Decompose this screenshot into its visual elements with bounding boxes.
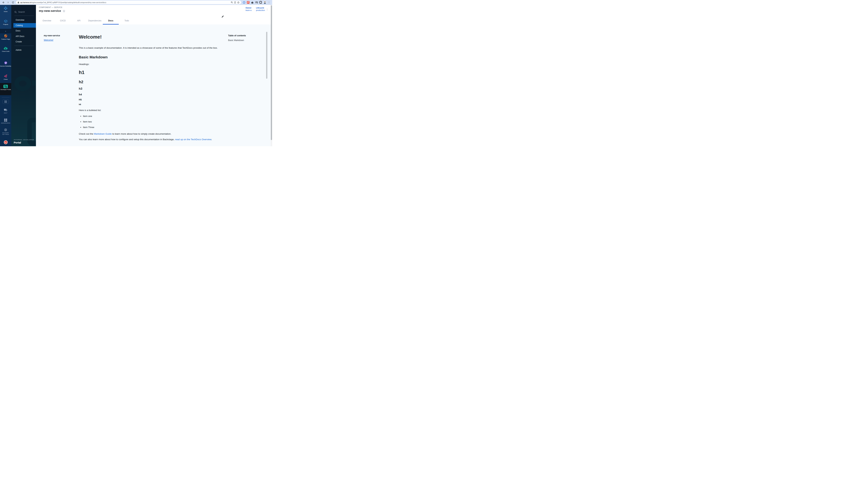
url-host: qa.harness.io	[20, 1, 31, 3]
entity-kind-eyebrow: COMPONENT — SERVICE	[39, 6, 62, 8]
share-icon[interactable]	[234, 1, 236, 3]
sidebar-collapse-button[interactable]: ▲	[0, 29, 11, 33]
sidebar-item-projects[interactable]: Projects	[0, 19, 11, 26]
user-avatar[interactable]: HM	[4, 140, 8, 144]
entity-tabs: Overview CI/CD API Dependencies Docs Tod…	[36, 17, 272, 25]
doc-bulleted-list: Item one Item two Item Three	[79, 115, 218, 129]
docs-scrollbar-thumb[interactable]	[266, 32, 267, 79]
sidebar-item-label: Developer Portal	[1, 89, 11, 91]
feature-flags-icon	[4, 34, 8, 38]
sidebar-item-label: Service Reliability	[0, 65, 11, 67]
developer-portal-icon	[3, 85, 8, 88]
edit-doc-button[interactable]	[221, 15, 224, 18]
sidebar-item-home[interactable]: Home	[0, 6, 11, 13]
sidebar-item-developer-portal[interactable]: Developer Portal	[0, 85, 11, 91]
lifecycle-label[interactable]: Lifecycle	[256, 7, 265, 9]
tab-todo[interactable]: Todo	[119, 17, 135, 25]
browser-profile-avatar[interactable]	[264, 1, 266, 4]
header-kebab-icon[interactable]: ⋮	[266, 8, 268, 11]
browser-forward-button[interactable]	[6, 1, 10, 4]
forward-arrow-icon	[7, 1, 9, 4]
owner-value[interactable]: team-a	[245, 9, 251, 11]
list-item: Item Three	[83, 126, 218, 129]
docs-side-nav: my-new-service Welcome!	[36, 25, 79, 146]
main-content: COMPONENT — SERVICE my-new-service Owner…	[36, 5, 272, 146]
toc-item-basic-markdown[interactable]: Basic Markdown	[228, 39, 264, 41]
tab-docs[interactable]: Docs	[103, 17, 119, 25]
favorite-star-icon[interactable]	[63, 10, 65, 12]
sidebar-item-chaos[interactable]: Chaos	[0, 74, 11, 81]
doc-paragraph-techdocs: You can also learn more about how to con…	[79, 138, 218, 141]
lifecycle-value[interactable]: production	[256, 9, 265, 11]
list-item: Item two	[83, 120, 218, 123]
sidebar-item-help[interactable]: ? HELP	[0, 109, 11, 114]
sidebar-item-label: Feature Flags	[1, 38, 10, 40]
password-manager-icon[interactable]	[243, 1, 245, 4]
tab-api[interactable]: API	[71, 17, 87, 25]
window-scrollbar[interactable]	[271, 5, 272, 146]
lifecycle-meta: Lifecycle production	[256, 7, 265, 11]
svg-text:$: $	[5, 47, 6, 49]
bookmark-star-icon[interactable]	[237, 1, 240, 4]
docs-content: Welcome! This is a basic example of docu…	[79, 25, 228, 146]
docs-area: my-new-service Welcome! Welcome! This is…	[36, 25, 272, 146]
docs-nav-link-welcome[interactable]: Welcome!	[44, 39, 53, 41]
projects-icon	[4, 19, 8, 23]
decorative-circuit-bar	[32, 81, 36, 86]
sidebar-item-cloud-costs[interactable]: $ Cloud Costs	[0, 47, 11, 53]
sidebar-item-create[interactable]: Create	[11, 39, 36, 44]
dashboards-icon	[4, 118, 7, 122]
cloud-costs-icon: $	[3, 47, 8, 50]
help-chat-icon: ?	[4, 109, 8, 112]
svg-text:?: ?	[5, 109, 5, 111]
module-selector-button[interactable]	[2, 99, 9, 104]
sidebar-item-service-reliability[interactable]: Service Reliability	[0, 61, 11, 67]
side-panel-icon[interactable]	[259, 1, 262, 4]
window-scrollbar-thumb[interactable]	[271, 5, 272, 140]
playlist-icon[interactable]	[255, 1, 258, 4]
sidebar-item-admin[interactable]: Admin	[11, 48, 36, 52]
doc-heading-welcome: Welcome!	[79, 34, 218, 40]
doc-sample-h3: h3	[79, 87, 218, 91]
doc-headings-label: Headings:	[79, 63, 218, 66]
sidebar-item-api-docs[interactable]: API Docs	[11, 34, 36, 38]
sidebar-item-feature-flags[interactable]: Feature Flags	[0, 34, 11, 40]
todoist-icon[interactable]	[247, 1, 249, 4]
sidebar-item-account-settings[interactable]: ACCOUNT SETTINGS	[0, 128, 11, 135]
sidebar-item-label: Projects	[3, 24, 8, 26]
doc-list-label: Here is a bulleted list:	[79, 109, 218, 112]
browser-extensions: ⋮	[242, 1, 271, 4]
sidebar-item-docs[interactable]: Docs	[11, 29, 36, 33]
doc-sample-h1: h1	[79, 69, 218, 76]
tab-overview[interactable]: Overview	[39, 17, 55, 25]
sidebar-item-dashboards[interactable]: DASHBOARDS	[0, 118, 11, 124]
sidebar-item-label: Chaos	[4, 79, 8, 81]
owner-label[interactable]: Owner	[245, 7, 251, 9]
tab-cicd[interactable]: CI/CD	[55, 17, 71, 25]
zoom-page-icon[interactable]	[231, 1, 233, 3]
page-title: my-new-service	[39, 9, 61, 13]
table-of-contents: Table of contents Basic Markdown	[228, 25, 264, 146]
tab-dependencies[interactable]: Dependencies	[87, 17, 103, 25]
markdown-guide-link[interactable]: Markdown Guide	[94, 132, 112, 135]
url-text: qa.harness.io/ng/account/px7xd_BFRCi-pfW…	[20, 1, 106, 3]
browser-menu-kebab-icon[interactable]: ⋮	[268, 1, 270, 3]
doc-sample-h6: h6	[79, 103, 218, 106]
paragraph-text: .	[211, 138, 212, 141]
doc-section-basic-markdown: Basic Markdown	[79, 55, 218, 59]
browser-toolbar: qa.harness.io/ng/account/px7xd_BFRCi-pfW…	[0, 0, 272, 5]
doc-intro-paragraph: This is a basic example of documentation…	[79, 46, 218, 50]
back-arrow-icon	[2, 1, 4, 4]
url-path: /ng/account/px7xd_BFRCi-pfWPYXVjvw/idp/c…	[31, 1, 106, 3]
service-reliability-icon	[4, 61, 8, 65]
extensions-puzzle-icon[interactable]	[251, 1, 254, 4]
search-input[interactable]	[18, 11, 34, 13]
address-bar[interactable]: qa.harness.io/ng/account/px7xd_BFRCi-pfW…	[16, 1, 241, 4]
sidebar-divider	[14, 16, 34, 16]
sidebar-item-overview[interactable]: Overview	[11, 18, 36, 22]
browser-back-button[interactable]	[1, 1, 5, 4]
sidebar-search[interactable]	[14, 11, 34, 13]
sidebar-item-catalog[interactable]: Catalog	[13, 23, 36, 28]
techdocs-overview-link[interactable]: read up on the TechDocs Overview	[175, 138, 211, 141]
browser-reload-button[interactable]	[11, 1, 15, 4]
